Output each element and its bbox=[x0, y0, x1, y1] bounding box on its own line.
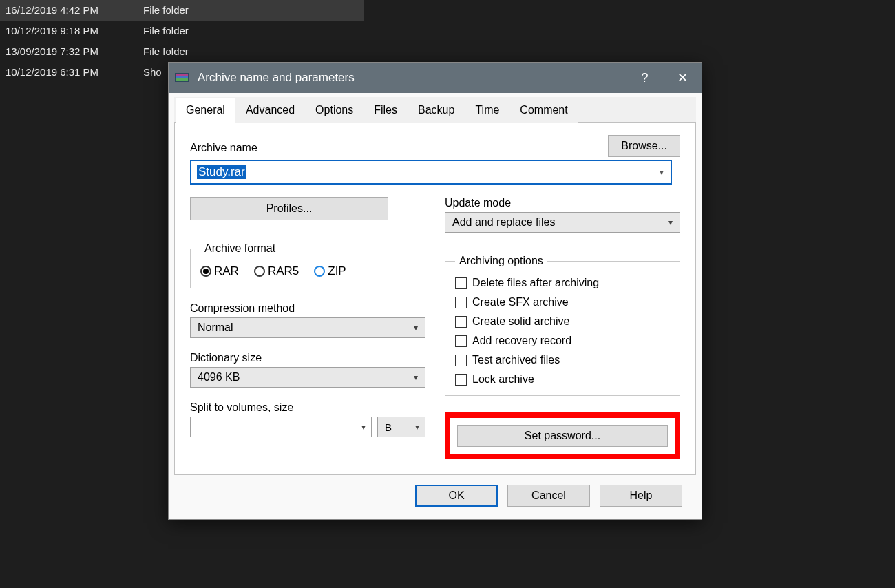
compression-method-select[interactable]: Normal ▾ bbox=[190, 317, 425, 338]
chevron-down-icon: ▾ bbox=[414, 372, 418, 382]
tab-general[interactable]: General bbox=[176, 98, 235, 123]
chevron-down-icon: ▾ bbox=[668, 218, 673, 227]
tab-options[interactable]: Options bbox=[305, 98, 364, 123]
file-date: 10/12/2019 6:31 PM bbox=[6, 62, 143, 83]
radio-icon bbox=[254, 266, 265, 277]
profiles-button[interactable]: Profiles... bbox=[190, 197, 388, 220]
svg-rect-1 bbox=[176, 76, 188, 78]
split-volumes-unit-select[interactable]: B ▾ bbox=[377, 417, 425, 437]
dictionary-size-select[interactable]: 4096 KB ▾ bbox=[190, 367, 425, 388]
checkbox-icon bbox=[455, 355, 467, 366]
checkbox-icon bbox=[455, 374, 467, 386]
file-type: File folder bbox=[143, 21, 364, 41]
archive-format-label: Archive format bbox=[200, 242, 280, 255]
split-volumes-label: Split to volumes, size bbox=[190, 401, 425, 414]
format-rar-radio[interactable]: RAR bbox=[200, 264, 239, 278]
ok-button[interactable]: OK bbox=[415, 485, 498, 507]
dictionary-size-label: Dictionary size bbox=[190, 352, 425, 364]
svg-rect-2 bbox=[176, 78, 188, 81]
radio-icon bbox=[200, 266, 211, 277]
file-date: 16/12/2019 4:42 PM bbox=[6, 0, 143, 21]
archive-name-value: Study.rar bbox=[197, 165, 246, 179]
winrar-icon bbox=[174, 71, 189, 85]
tab-strip: General Advanced Options Files Backup Ti… bbox=[174, 97, 696, 123]
checkbox-icon bbox=[455, 277, 467, 289]
check-test[interactable]: Test archived files bbox=[455, 354, 670, 366]
file-date: 13/09/2019 7:32 PM bbox=[6, 41, 143, 62]
tab-backup[interactable]: Backup bbox=[408, 98, 465, 123]
tab-content-general: Archive name Browse... Study.rar ▾ Profi… bbox=[174, 123, 696, 475]
tab-files[interactable]: Files bbox=[364, 98, 408, 123]
split-volumes-input[interactable]: ▾ bbox=[190, 417, 372, 437]
svg-rect-0 bbox=[176, 74, 188, 76]
tab-time[interactable]: Time bbox=[465, 98, 509, 123]
archiving-options-label: Archiving options bbox=[455, 255, 547, 267]
file-date: 10/12/2019 9:18 PM bbox=[6, 21, 143, 41]
check-lock[interactable]: Lock archive bbox=[455, 373, 670, 386]
chevron-down-icon: ▾ bbox=[415, 422, 419, 432]
file-type: File folder bbox=[143, 0, 364, 21]
compression-method-label: Compression method bbox=[190, 302, 425, 315]
chevron-down-icon: ▾ bbox=[660, 167, 664, 177]
dialog-title: Archive name and parameters bbox=[198, 71, 626, 85]
set-password-highlight: Set password... bbox=[445, 412, 680, 459]
format-rar5-radio[interactable]: RAR5 bbox=[254, 264, 299, 278]
file-type: File folder bbox=[143, 41, 364, 62]
file-row[interactable]: 16/12/2019 4:42 PM File folder bbox=[0, 0, 364, 21]
help-button[interactable]: ? bbox=[626, 63, 664, 93]
chevron-down-icon: ▾ bbox=[414, 323, 418, 333]
dialog-footer: OK Cancel Help bbox=[174, 475, 696, 511]
set-password-button[interactable]: Set password... bbox=[457, 425, 668, 447]
update-mode-label: Update mode bbox=[445, 197, 680, 209]
checkbox-icon bbox=[455, 335, 467, 347]
titlebar[interactable]: Archive name and parameters ? ✕ bbox=[169, 63, 702, 93]
check-recovery[interactable]: Add recovery record bbox=[455, 335, 670, 347]
checkbox-icon bbox=[455, 316, 467, 328]
archive-name-input[interactable]: Study.rar ▾ bbox=[190, 160, 672, 185]
file-row[interactable]: 10/12/2019 9:18 PM File folder bbox=[0, 21, 364, 41]
archive-name-label: Archive name bbox=[190, 142, 594, 154]
tab-advanced[interactable]: Advanced bbox=[235, 98, 305, 123]
archive-dialog: Archive name and parameters ? ✕ General … bbox=[168, 62, 702, 520]
browse-button[interactable]: Browse... bbox=[608, 135, 680, 157]
file-row[interactable]: 13/09/2019 7:32 PM File folder bbox=[0, 41, 364, 62]
check-delete-after[interactable]: Delete files after archiving bbox=[455, 277, 670, 289]
close-button[interactable]: ✕ bbox=[664, 63, 702, 93]
update-mode-select[interactable]: Add and replace files ▾ bbox=[445, 212, 680, 233]
check-solid[interactable]: Create solid archive bbox=[455, 315, 670, 328]
check-sfx[interactable]: Create SFX archive bbox=[455, 296, 670, 308]
format-zip-radio[interactable]: ZIP bbox=[314, 264, 346, 278]
radio-icon bbox=[314, 266, 325, 277]
chevron-down-icon: ▾ bbox=[361, 422, 366, 432]
cancel-button[interactable]: Cancel bbox=[507, 485, 590, 507]
checkbox-icon bbox=[455, 297, 467, 308]
help-footer-button[interactable]: Help bbox=[600, 485, 682, 507]
dialog-body: General Advanced Options Files Backup Ti… bbox=[169, 93, 702, 519]
tab-comment[interactable]: Comment bbox=[509, 98, 578, 123]
